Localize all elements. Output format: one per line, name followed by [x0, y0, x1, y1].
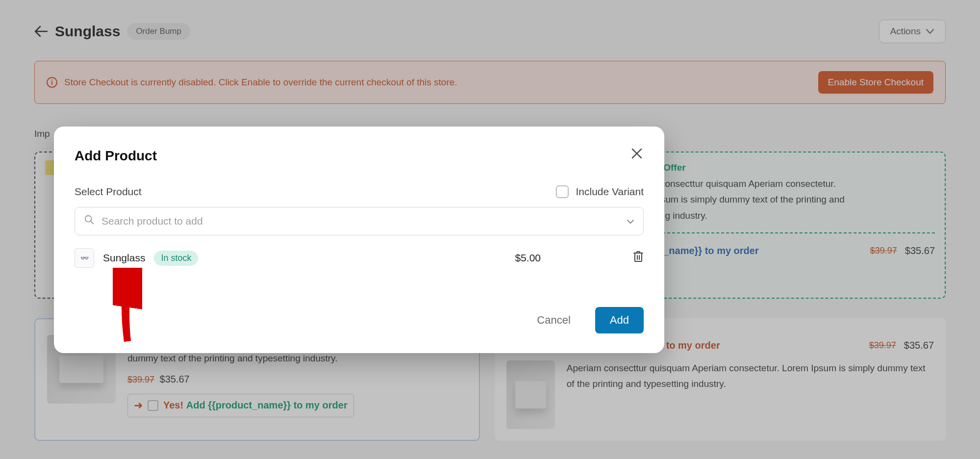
stock-badge: In stock — [154, 251, 198, 266]
cancel-button[interactable]: Cancel — [537, 314, 570, 327]
modal-overlay: Add Product Select Product Include Varia… — [0, 0, 980, 459]
search-icon — [84, 214, 95, 228]
product-thumb: 👓 — [75, 248, 94, 268]
selected-product-row: 👓 Sunglass In stock $5.00 — [75, 248, 644, 268]
product-search-field[interactable] — [75, 207, 644, 235]
trash-icon[interactable] — [633, 251, 644, 265]
add-product-modal: Add Product Select Product Include Varia… — [54, 127, 664, 353]
add-button[interactable]: Add — [595, 307, 644, 333]
checkbox[interactable] — [556, 185, 569, 198]
product-price: $5.00 — [515, 252, 541, 264]
search-input[interactable] — [101, 215, 620, 227]
include-variant-toggle[interactable]: Include Variant — [556, 185, 644, 198]
chevron-down-icon[interactable] — [627, 216, 634, 227]
select-product-label: Select Product — [75, 186, 142, 198]
close-icon[interactable] — [631, 146, 643, 163]
product-name: Sunglass — [103, 252, 145, 264]
modal-title: Add Product — [75, 148, 644, 164]
include-variant-label: Include Variant — [576, 186, 644, 198]
